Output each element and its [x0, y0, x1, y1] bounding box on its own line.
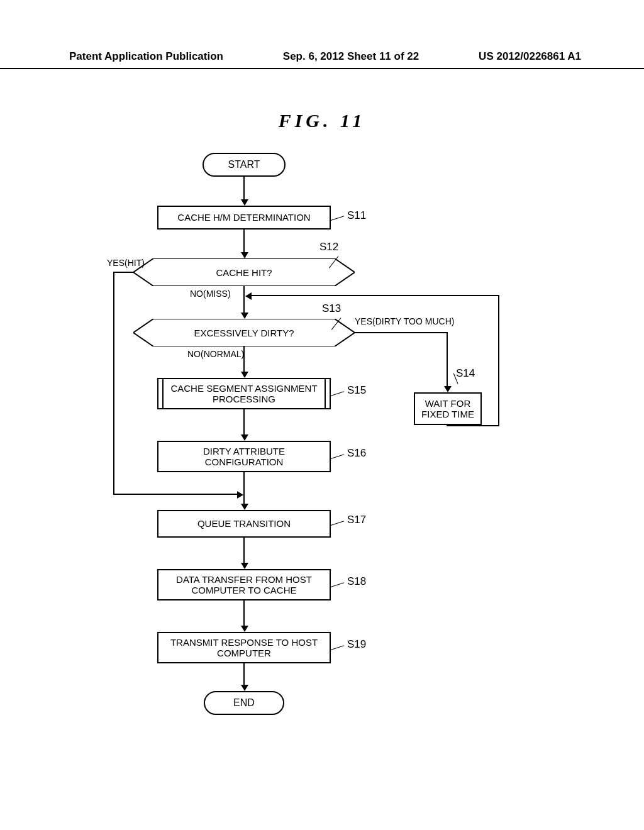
step-s19: TRANSMIT RESPONSE TO HOST COMPUTER	[157, 632, 331, 663]
step-s18: DATA TRANSFER FROM HOST COMPUTER TO CACH…	[157, 569, 331, 600]
s11-text: CACHE H/M DETERMINATION	[177, 212, 310, 223]
s13-yes-label: YES(DIRTY TOO MUCH)	[355, 316, 454, 326]
s19-text: TRANSMIT RESPONSE TO HOST COMPUTER	[158, 637, 330, 659]
s11-id: S11	[347, 209, 366, 222]
step-s11: CACHE H/M DETERMINATION	[157, 206, 331, 230]
step-s16: DIRTY ATTRIBUTE CONFIGURATION	[157, 441, 331, 472]
step-s14: WAIT FOR FIXED TIME	[414, 392, 482, 425]
s18-text: DATA TRANSFER FROM HOST COMPUTER TO CACH…	[158, 574, 330, 596]
s16-id: S16	[347, 447, 366, 460]
s12-text: CACHE HIT?	[216, 267, 272, 278]
step-s12: CACHE HIT?	[133, 258, 355, 286]
header-center: Sep. 6, 2012 Sheet 11 of 22	[283, 50, 419, 63]
s17-text: QUEUE TRANSITION	[197, 518, 291, 529]
end-terminator: END	[204, 691, 284, 715]
s13-id: S13	[322, 302, 341, 315]
s12-no-label: NO(MISS)	[190, 289, 231, 299]
s17-id: S17	[347, 514, 366, 526]
s15-text: CACHE SEGMENT ASSIGNMENT PROCESSING	[158, 383, 330, 405]
step-s15: CACHE SEGMENT ASSIGNMENT PROCESSING	[157, 378, 331, 409]
header-right: US 2012/0226861 A1	[479, 50, 581, 63]
start-terminator: START	[203, 153, 286, 177]
s18-id: S18	[347, 575, 366, 588]
start-label: START	[228, 159, 260, 170]
s12-yes-label: YES(HIT)	[107, 258, 145, 268]
s14-text: WAIT FOR FIXED TIME	[415, 398, 480, 420]
step-s13: EXCESSIVELY DIRTY?	[133, 319, 355, 346]
header-left: Patent Application Publication	[69, 50, 223, 63]
end-label: END	[233, 697, 255, 709]
s16-text: DIRTY ATTRIBUTE CONFIGURATION	[158, 446, 330, 468]
s12-id: S12	[319, 241, 338, 253]
s19-id: S19	[347, 638, 366, 651]
flowchart: START CACHE H/M DETERMINATION S11 CACHE …	[107, 148, 535, 720]
s15-id: S15	[347, 384, 366, 397]
figure-title: FIG. 11	[0, 110, 644, 131]
s13-text: EXCESSIVELY DIRTY?	[194, 328, 294, 338]
step-s17: QUEUE TRANSITION	[157, 510, 331, 538]
s13-no-label: NO(NORMAL)	[187, 349, 244, 359]
page-header: Patent Application Publication Sep. 6, 2…	[0, 50, 644, 69]
s14-id: S14	[456, 367, 475, 380]
